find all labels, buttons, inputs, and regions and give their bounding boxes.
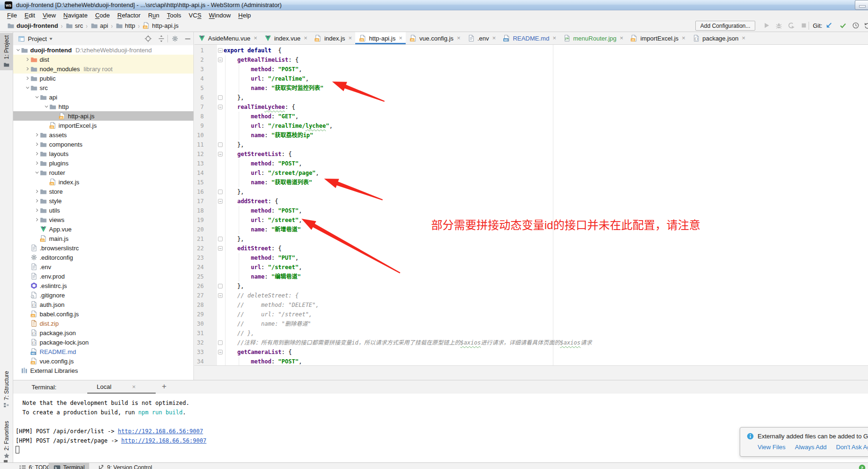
menu-item-run[interactable]: Run: [148, 12, 159, 19]
menu-item-code[interactable]: Code: [95, 12, 110, 19]
editor-tab-README.md[interactable]: MDREADME.md×: [499, 32, 559, 44]
coverage-icon[interactable]: [787, 22, 795, 30]
tree-row-.eslintrc.js[interactable]: .eslintrc.js: [13, 281, 193, 290]
editor-tab-importExcel.js[interactable]: JSimportExcel.js×: [626, 32, 689, 44]
editor-tab-package.json[interactable]: {}package.json×: [689, 32, 749, 44]
update-project-icon[interactable]: [825, 22, 833, 30]
notification-action-always-add[interactable]: Always Add: [795, 444, 826, 451]
tree-row-.env.prod[interactable]: .env.prod: [13, 272, 193, 281]
tree-row-http[interactable]: http: [13, 102, 193, 111]
event-log-widget[interactable]: 2Ev: [859, 463, 868, 469]
tree-row-layouts[interactable]: layouts: [13, 149, 193, 158]
fold-start-icon[interactable]: −: [218, 105, 223, 109]
stop-icon[interactable]: [800, 22, 808, 30]
chevron-right-icon[interactable]: [25, 65, 30, 73]
tree-row-.browserslistrc[interactable]: .browserslistrc: [13, 243, 193, 253]
chevron-right-icon[interactable]: [34, 150, 40, 157]
fold-end-icon[interactable]: [218, 237, 223, 241]
run-icon[interactable]: [763, 22, 771, 30]
fold-start-icon[interactable]: −: [218, 246, 223, 251]
debug-icon[interactable]: [775, 22, 783, 30]
chevron-down-icon[interactable]: [34, 169, 40, 176]
history-icon[interactable]: [852, 22, 860, 30]
fold-start-icon[interactable]: −: [218, 293, 223, 298]
minimize-button[interactable]: [855, 0, 868, 10]
locate-icon[interactable]: [144, 35, 152, 42]
settings-icon[interactable]: [171, 35, 179, 42]
tree-row-duoji-frontend[interactable]: duoji-frontendD:\zheheWeb\duoji-frontend: [13, 45, 193, 55]
tree-row-public[interactable]: public: [13, 74, 193, 83]
terminal-link[interactable]: http://192.168.66.56:9007: [118, 428, 203, 435]
menu-item-view[interactable]: View: [42, 12, 56, 19]
close-icon[interactable]: ×: [620, 36, 624, 41]
chevron-right-icon[interactable]: [34, 140, 40, 148]
close-icon[interactable]: ×: [682, 36, 685, 41]
editor-tab-index.vue[interactable]: index.vue×: [260, 32, 310, 44]
tool-window-button-project[interactable]: 1: Project: [0, 33, 13, 70]
close-icon[interactable]: ×: [552, 36, 556, 41]
chevron-down-icon[interactable]: [34, 93, 40, 101]
status-bar-9-version-control[interactable]: 9: Version Control: [92, 463, 157, 469]
tree-row-utils[interactable]: utils: [13, 206, 193, 215]
editor-tab-index.js[interactable]: JSindex.js×: [310, 32, 355, 44]
tree-row-style[interactable]: style: [13, 196, 193, 206]
fold-start-icon[interactable]: −: [218, 58, 223, 62]
close-icon[interactable]: ×: [399, 36, 403, 41]
close-icon[interactable]: ×: [132, 383, 136, 390]
editor-tab-http-api.js[interactable]: JShttp-api.js×: [355, 32, 406, 44]
menu-item-tools[interactable]: Tools: [167, 12, 181, 19]
close-icon[interactable]: ×: [349, 36, 352, 41]
tree-row-.editorconfig[interactable]: .editorconfig: [13, 253, 193, 262]
new-terminal-session-button[interactable]: +: [162, 382, 167, 391]
tree-row-assets[interactable]: assets: [13, 130, 193, 140]
menu-item-window[interactable]: Window: [209, 12, 231, 19]
tree-row-dist[interactable]: dist: [13, 55, 193, 64]
close-icon[interactable]: ×: [742, 36, 746, 41]
menu-item-navigate[interactable]: Navigate: [63, 12, 87, 19]
tree-row-package.json[interactable]: {}package.json: [13, 328, 193, 337]
chevron-down-icon[interactable]: [25, 84, 30, 91]
hide-icon[interactable]: [184, 35, 192, 42]
fold-start-icon[interactable]: −: [218, 199, 223, 204]
chevron-right-icon[interactable]: [25, 74, 30, 82]
chevron-down-icon[interactable]: [16, 46, 21, 54]
fold-end-icon[interactable]: [218, 340, 223, 345]
fold-start-icon[interactable]: −: [218, 48, 223, 53]
fold-end-icon[interactable]: [218, 189, 223, 194]
tree-row-importExcel.js[interactable]: JSimportExcel.js: [13, 121, 193, 130]
editor-tab-.env[interactable]: .env×: [464, 32, 499, 44]
tree-row-main.js[interactable]: JSmain.js: [13, 234, 193, 243]
chevron-right-icon[interactable]: [34, 216, 40, 223]
chevron-right-icon[interactable]: [25, 56, 30, 63]
tree-row-store[interactable]: store: [13, 187, 193, 196]
tree-row-package-lock.json[interactable]: {}package-lock.json: [13, 337, 193, 347]
editor-tab-vue.config.js[interactable]: JSvue.config.js×: [406, 32, 464, 44]
commit-icon[interactable]: [839, 22, 847, 30]
tree-row-api[interactable]: api: [13, 92, 193, 102]
notification-action-view-files[interactable]: View Files: [758, 444, 785, 451]
fold-end-icon[interactable]: [218, 95, 223, 100]
tree-row-components[interactable]: components: [13, 140, 193, 149]
fold-end-icon[interactable]: [218, 284, 223, 288]
collapse-all-icon[interactable]: [158, 35, 165, 42]
project-panel-title[interactable]: Project: [28, 35, 47, 42]
tree-row-App.vue[interactable]: App.vue: [13, 224, 193, 234]
tree-row-router[interactable]: router: [13, 168, 193, 177]
fold-start-icon[interactable]: −: [218, 350, 223, 354]
tree-row-http-api.js[interactable]: JShttp-api.js: [13, 111, 193, 121]
close-icon[interactable]: ×: [492, 36, 496, 41]
chevron-down-icon[interactable]: [44, 103, 49, 110]
fold-end-icon[interactable]: [218, 142, 223, 147]
fold-start-icon[interactable]: −: [218, 152, 223, 156]
terminal-link[interactable]: http://192.168.66.56:9007: [121, 437, 207, 444]
chevron-right-icon[interactable]: [34, 159, 40, 167]
editor-tab-menuRouter.jpg[interactable]: menuRouter.jpg×: [559, 32, 626, 44]
tree-row-auth.json[interactable]: {}auth.json: [13, 300, 193, 309]
menu-item-file[interactable]: File: [7, 12, 17, 19]
menu-item-edit[interactable]: Edit: [25, 12, 35, 19]
tree-row-babel.config.js[interactable]: JSbabel.config.js: [13, 309, 193, 319]
revert-icon[interactable]: [864, 22, 868, 30]
tree-row-.gitignore[interactable]: .gitignore: [13, 290, 193, 300]
tree-row-index.js[interactable]: JSindex.js: [13, 177, 193, 187]
notification-action-don-t-ask-agai[interactable]: Don't Ask Agai: [836, 444, 868, 451]
